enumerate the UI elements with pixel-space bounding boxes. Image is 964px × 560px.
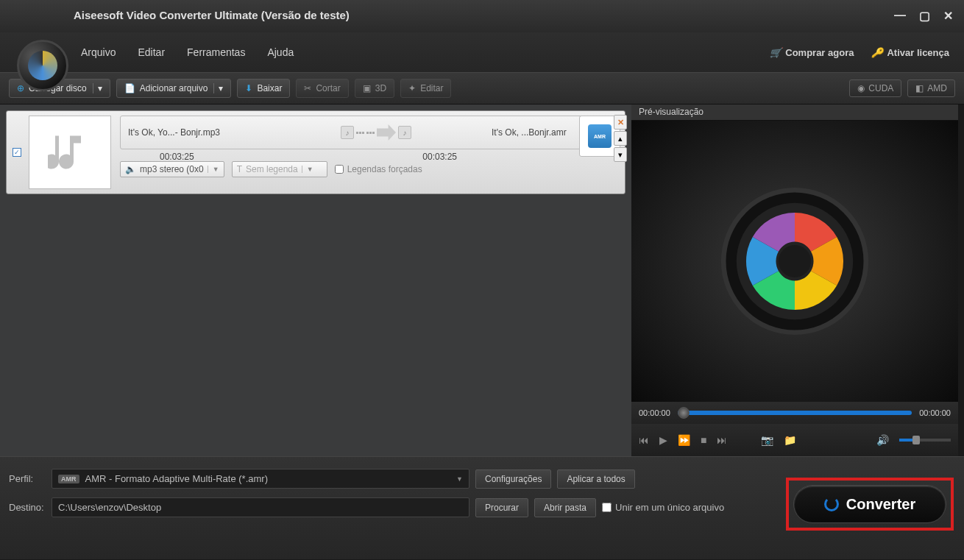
total-time: 00:00:00: [919, 408, 951, 417]
file-add-icon: 📄: [124, 83, 135, 93]
cut-button[interactable]: ✂ Cortar: [296, 79, 348, 98]
file-info: It's Ok, Yo...- Bonjr.mp3 ♪ ♪ It's Ok, .…: [113, 111, 625, 194]
checkbox-cell: ✓: [7, 111, 27, 194]
bottom-panel: Perfil: AMRAMR - Formato Adaptive Multi-…: [0, 456, 964, 559]
preview-panel: Pré-visualização 00:00:00: [631, 104, 958, 456]
volume-slider[interactable]: [899, 439, 951, 442]
amd-button[interactable]: ◧ AMD: [907, 79, 955, 97]
settings-button[interactable]: Configurações: [475, 469, 551, 489]
audio-out-icon: ♪: [398, 126, 411, 139]
file-item[interactable]: ✓ It's Ok, Yo...- Bonjr.mp3 ♪ ♪ It's Ok,…: [6, 110, 625, 194]
fast-forward-button[interactable]: ⏩: [678, 434, 690, 446]
refresh-icon: [824, 497, 839, 511]
prev-button[interactable]: ⏮: [639, 434, 649, 446]
open-folder-button[interactable]: Abrir pasta: [534, 498, 596, 517]
edit-button[interactable]: ✦ Editar: [400, 79, 451, 98]
text-icon: T: [237, 164, 242, 174]
browse-button[interactable]: Procurar: [475, 498, 528, 517]
menubar: Arquivo Editar Ferramentas Ajuda 🛒Compra…: [0, 32, 964, 72]
maximize-icon[interactable]: ▢: [919, 9, 930, 23]
audio-track-dropdown[interactable]: 🔈 mp3 stereo (0x0 ▼: [120, 161, 224, 177]
add-file-button[interactable]: 📄 Adicionar arquivo ▾: [116, 79, 232, 98]
download-button[interactable]: ⬇ Baixar: [237, 79, 290, 98]
snapshot-button[interactable]: 📷: [761, 434, 773, 446]
buy-now-link[interactable]: 🛒Comprar agora: [770, 47, 854, 58]
menu-ajuda[interactable]: Ajuda: [267, 46, 294, 58]
activate-link[interactable]: 🔑Ativar licença: [871, 47, 949, 58]
nvidia-icon: ◉: [857, 83, 865, 93]
main-area: ✓ It's Ok, Yo...- Bonjr.mp3 ♪ ♪ It's Ok,…: [0, 104, 964, 456]
svg-point-2: [779, 245, 811, 277]
menubar-right: 🛒Comprar agora 🔑Ativar licença: [770, 47, 949, 58]
source-filename: It's Ok, Yo...- Bonjr.mp3: [128, 127, 261, 138]
app-title: Aiseesoft Video Converter Ultimate (Vers…: [74, 9, 350, 21]
file-thumbnail: [29, 116, 111, 189]
disc-icon: ⊕: [17, 83, 24, 93]
convert-button[interactable]: Converter: [793, 485, 946, 523]
conversion-arrow: ♪ ♪: [261, 124, 492, 141]
destination-duration: 00:03:25: [422, 152, 457, 162]
window-controls: — ▢ ✕: [894, 9, 953, 23]
checkbox-input[interactable]: [602, 503, 612, 512]
scissors-icon: ✂: [304, 83, 311, 93]
playback-bar: 00:00:00 00:00:00: [631, 402, 958, 424]
seek-knob[interactable]: [678, 407, 690, 419]
download-icon: ⬇: [245, 83, 252, 93]
music-note-icon: [48, 130, 92, 174]
menu-ferramentas[interactable]: Ferramentas: [187, 46, 245, 58]
chevron-down-icon[interactable]: ▾: [93, 83, 102, 93]
aperture-logo-icon: [714, 180, 876, 342]
destination-label: Destino:: [9, 502, 46, 513]
source-duration: 00:03:25: [160, 152, 194, 162]
wand-icon: ✦: [408, 83, 416, 93]
profile-dropdown[interactable]: AMRAMR - Formato Adaptive Multi-Rate (*.…: [52, 469, 469, 489]
destination-input[interactable]: C:\Users\enzov\Desktop: [52, 497, 469, 517]
file-checkbox[interactable]: ✓: [13, 148, 21, 157]
file-conversion-row: It's Ok, Yo...- Bonjr.mp3 ♪ ♪ It's Ok, .…: [120, 116, 617, 149]
logo-icon: [28, 51, 57, 80]
menu-editar[interactable]: Editar: [138, 46, 165, 58]
remove-file-button[interactable]: ✕: [614, 115, 627, 130]
forced-subtitles-checkbox[interactable]: Legendas forçadas: [335, 164, 422, 174]
toolbar: ⊕ Carregar disco ▾ 📄 Adicionar arquivo ▾…: [0, 72, 964, 104]
seek-slider[interactable]: [678, 411, 912, 415]
speaker-icon: 🔈: [125, 164, 136, 174]
convert-highlight: Converter: [786, 478, 954, 531]
current-time: 00:00:00: [639, 408, 670, 417]
volume-knob[interactable]: [912, 436, 920, 444]
merge-checkbox[interactable]: Unir em um único arquivo: [602, 502, 724, 513]
amr-badge-icon: AMR: [58, 475, 79, 483]
profile-label: Perfil:: [9, 473, 46, 484]
file-options-row: 🔈 mp3 stereo (0x0 ▼ T Sem legenda ▼ Lege…: [120, 161, 617, 177]
close-icon[interactable]: ✕: [943, 9, 953, 23]
preview-screen: [631, 121, 958, 402]
playback-controls: ⏮ ▶ ⏩ ■ ⏭ 📷 📁 🔊: [631, 424, 958, 456]
cart-icon: 🛒: [770, 47, 782, 58]
checkbox-input[interactable]: [335, 165, 344, 174]
minimize-icon[interactable]: —: [894, 9, 906, 23]
amd-icon: ◧: [915, 83, 924, 93]
move-down-button[interactable]: ▾: [614, 147, 627, 162]
chevron-down-icon[interactable]: ▾: [213, 83, 223, 93]
file-list-panel: ✓ It's Ok, Yo...- Bonjr.mp3 ♪ ♪ It's Ok,…: [0, 104, 631, 456]
titlebar: Aiseesoft Video Converter Ultimate (Vers…: [0, 0, 964, 32]
app-logo: [17, 40, 68, 91]
file-side-buttons: ✕ ▴ ▾: [614, 115, 627, 162]
volume-icon[interactable]: 🔊: [876, 434, 889, 446]
play-button[interactable]: ▶: [659, 434, 667, 446]
stop-button[interactable]: ■: [701, 434, 706, 446]
move-up-button[interactable]: ▴: [614, 131, 627, 146]
chevron-down-icon: ▼: [302, 166, 313, 173]
menu-arquivo[interactable]: Arquivo: [81, 46, 116, 58]
open-folder-button[interactable]: 📁: [784, 434, 796, 446]
three-d-button[interactable]: ▣ 3D: [355, 79, 394, 98]
subtitle-dropdown[interactable]: T Sem legenda ▼: [232, 161, 327, 177]
amr-format-icon: AMR: [588, 124, 612, 148]
arrow-right-icon: [377, 124, 396, 141]
next-button[interactable]: ⏭: [717, 434, 727, 446]
chevron-down-icon: ▼: [208, 166, 219, 173]
cuda-button[interactable]: ◉ CUDA: [849, 79, 901, 97]
apply-all-button[interactable]: Aplicar a todos: [557, 469, 634, 489]
preview-header: Pré-visualização: [631, 104, 958, 121]
three-d-icon: ▣: [363, 83, 371, 93]
